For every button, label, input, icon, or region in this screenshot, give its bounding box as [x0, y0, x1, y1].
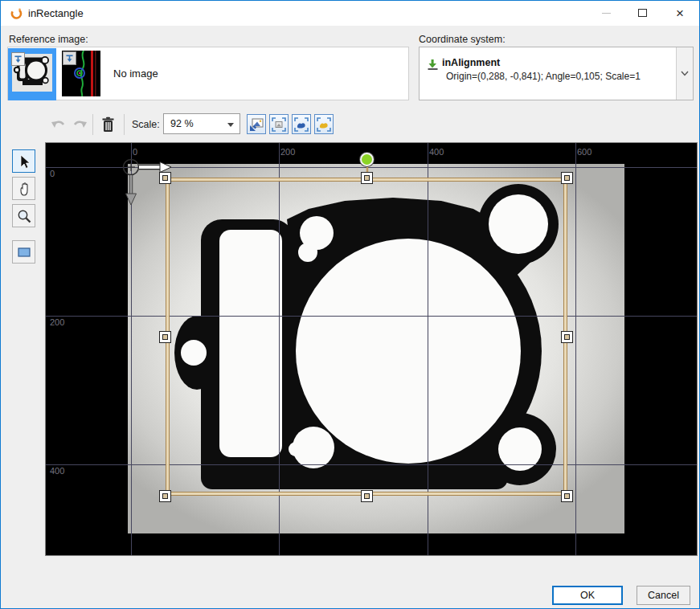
toolbar-separator — [92, 114, 93, 135]
handle-bottom-right[interactable] — [561, 490, 573, 502]
zoom-tool-button[interactable] — [12, 204, 35, 227]
chevron-down-icon — [681, 71, 689, 76]
pin-icon — [11, 52, 25, 66]
coordinate-system-combo[interactable]: inAlignment Origin=(0,288, -0,841); Angl… — [419, 47, 694, 100]
minimize-icon — [602, 13, 611, 14]
hand-icon — [16, 181, 32, 197]
handle-middle-left[interactable] — [159, 331, 171, 343]
handle-middle-right[interactable] — [561, 331, 573, 343]
reference-image-label: Reference image: — [9, 34, 88, 45]
undo-button[interactable] — [49, 115, 68, 134]
zoom-region-button[interactable] — [314, 114, 334, 134]
actual-size-button[interactable] — [269, 114, 289, 134]
maximize-icon — [638, 9, 647, 17]
image-canvas[interactable]: 0 200 400 600 0 200 400 — [45, 142, 698, 556]
close-button[interactable]: × — [665, 1, 695, 25]
blue-rectangle-icon — [16, 244, 32, 260]
fit-image-button[interactable] — [247, 114, 266, 134]
handle-top-right[interactable] — [561, 172, 573, 184]
pin-icon — [63, 51, 76, 65]
coordinate-system-label: Coordinate system: — [419, 34, 506, 45]
rectangle-tool-button[interactable] — [12, 240, 35, 264]
window-title: inRectangle — [28, 1, 84, 26]
fit-region-button[interactable] — [292, 114, 311, 134]
coordinate-system-details: Origin=(0,288, -0,841); Angle=0,105; Sca… — [446, 71, 641, 82]
titlebar[interactable]: inRectangle × — [1, 1, 699, 26]
reference-image-panel: No image — [7, 47, 409, 100]
scale-combobox[interactable]: 92 % — [163, 113, 240, 134]
close-icon: × — [676, 6, 684, 20]
cancel-button[interactable]: Cancel — [637, 586, 690, 605]
fit-region-yellow-icon — [316, 116, 332, 133]
caret-down-icon — [227, 123, 234, 127]
coordinate-dropdown-button[interactable] — [676, 47, 693, 100]
undo-icon — [51, 117, 67, 132]
handle-bottom-left[interactable] — [159, 490, 171, 502]
coordinate-system-name: inAlignment — [442, 57, 500, 68]
no-image-label: No image — [113, 47, 158, 100]
maximize-button[interactable] — [627, 1, 657, 25]
fit-region-blue-icon — [293, 116, 309, 133]
redo-button[interactable] — [70, 115, 89, 134]
fit-image-icon — [248, 116, 264, 133]
dialog-window: inRectangle × Reference image: — [0, 0, 700, 609]
coordinate-anchor-icon — [427, 59, 439, 71]
toolbar-separator — [124, 114, 125, 135]
pointer-tool-button[interactable] — [12, 149, 35, 173]
handle-top-middle[interactable] — [361, 172, 373, 184]
rotation-handle[interactable] — [360, 153, 374, 166]
reference-thumbnail-profile[interactable] — [62, 51, 100, 96]
minimize-button[interactable] — [591, 1, 621, 25]
actual-size-icon — [271, 116, 287, 133]
trash-icon — [101, 116, 115, 133]
app-logo-icon — [10, 6, 23, 20]
handle-bottom-middle[interactable] — [361, 490, 373, 502]
selection-rectangle[interactable] — [166, 178, 567, 496]
reference-thumbnail-selected[interactable] — [8, 48, 56, 100]
ok-button[interactable]: OK — [552, 586, 623, 605]
scale-value: 92 % — [170, 118, 194, 129]
magnifier-icon — [16, 208, 32, 224]
scale-label: Scale: — [132, 119, 160, 130]
pan-tool-button[interactable] — [12, 177, 35, 200]
redo-icon — [72, 117, 88, 132]
delete-button[interactable] — [98, 114, 117, 135]
handle-top-left[interactable] — [159, 172, 171, 184]
cursor-arrow-icon — [16, 153, 32, 170]
